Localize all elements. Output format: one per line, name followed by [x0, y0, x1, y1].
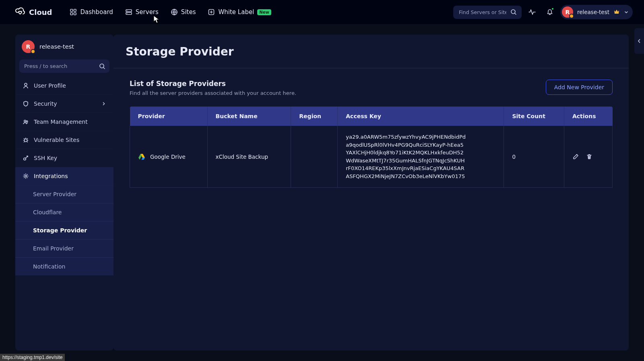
- svg-rect-2: [70, 13, 73, 15]
- header-search[interactable]: [453, 6, 522, 19]
- sidebar-search[interactable]: [19, 59, 109, 73]
- edit-button[interactable]: [572, 154, 579, 160]
- sidebar-item-label: User Profile: [34, 82, 66, 89]
- heart-cloud-icon: [14, 7, 26, 17]
- globe-icon: [171, 8, 178, 16]
- svg-rect-4: [126, 10, 132, 12]
- crown-icon: [613, 9, 620, 15]
- section-heading: List of Storage Providers: [130, 80, 538, 88]
- sub-item-server-provider[interactable]: Server Provider: [15, 185, 114, 203]
- th-actions: Actions: [564, 107, 612, 126]
- svg-point-12: [25, 83, 27, 86]
- sidebar: R release-test User Profile Security Tea…: [15, 35, 114, 351]
- bucket-name: xCloud Site Backup: [207, 126, 291, 188]
- avatar: R: [22, 40, 35, 53]
- status-bar-url: https://staging.tmp1.dev/site: [0, 354, 65, 361]
- svg-point-14: [26, 121, 28, 122]
- th-site-count: Site Count: [504, 107, 564, 126]
- server-icon: [125, 8, 132, 16]
- access-key: ya29.a0ARW5m75zfywzYhvyAC9jPHENdbidPda9q…: [346, 133, 466, 180]
- add-provider-button[interactable]: Add New Provider: [546, 80, 613, 95]
- chevron-left-icon: [637, 38, 641, 44]
- new-badge: New: [257, 9, 271, 15]
- avatar: R: [562, 6, 573, 18]
- svg-rect-0: [70, 9, 73, 12]
- th-bucket: Bucket Name: [207, 107, 291, 126]
- sidebar-search-input[interactable]: [23, 63, 96, 70]
- sidebar-item-label: Vulnerable Sites: [34, 137, 79, 143]
- sidebar-item-team-management[interactable]: Team Management: [15, 113, 114, 131]
- svg-point-17: [25, 175, 27, 177]
- sidebar-item-security[interactable]: Security: [15, 95, 114, 113]
- nav-label: Sites: [181, 8, 196, 16]
- sidebar-item-vulnerable-sites[interactable]: Vulnerable Sites: [15, 131, 114, 149]
- th-region: Region: [291, 107, 338, 126]
- sidebar-item-label: Integrations: [34, 173, 68, 179]
- shield-icon: [23, 101, 29, 107]
- key-icon: [23, 155, 29, 161]
- gear-icon: [23, 173, 29, 179]
- nav-sites[interactable]: Sites: [166, 5, 201, 19]
- site-count: 0: [504, 126, 564, 188]
- user-icon: [23, 82, 29, 89]
- google-drive-icon: [138, 154, 145, 160]
- svg-point-6: [127, 10, 128, 11]
- sidebar-item-integrations[interactable]: Integrations: [15, 167, 114, 185]
- chevron-right-icon: [101, 101, 106, 106]
- section-subtext: Find all the server providers associated…: [130, 90, 538, 96]
- dashboard-icon: [70, 8, 77, 16]
- pencil-icon: [572, 154, 579, 160]
- providers-table: Provider Bucket Name Region Access Key S…: [130, 107, 613, 188]
- nav-label: White Label: [218, 8, 254, 16]
- search-input[interactable]: [458, 9, 507, 16]
- sidebar-item-ssh-key[interactable]: SSH Key: [15, 149, 114, 167]
- nav-label: Servers: [136, 8, 159, 16]
- right-panel-toggle[interactable]: [634, 28, 644, 54]
- nav-label: Dashboard: [80, 8, 113, 16]
- nav-dashboard[interactable]: Dashboard: [65, 5, 118, 19]
- trash-icon: [586, 154, 592, 160]
- nav-servers[interactable]: Servers: [120, 5, 163, 19]
- table-row: Google Drive xCloud Site Backup ya29.a0A…: [130, 126, 613, 188]
- svg-marker-19: [141, 158, 145, 160]
- provider-name: Google Drive: [150, 154, 186, 160]
- brand-name: Cloud: [29, 8, 52, 16]
- sub-item-cloudflare[interactable]: Cloudflare: [15, 203, 114, 221]
- user-name: release-test: [577, 9, 609, 15]
- sidebar-item-label: Security: [34, 101, 57, 107]
- nav-white-label[interactable]: White Label New: [203, 5, 276, 19]
- svg-point-7: [127, 13, 128, 14]
- content-panel: Storage Provider List of Storage Provide…: [114, 35, 629, 351]
- svg-point-13: [24, 120, 26, 122]
- sub-item-storage-provider[interactable]: Storage Provider: [15, 221, 114, 239]
- search-icon: [99, 63, 105, 70]
- bug-icon: [23, 137, 29, 143]
- team-icon: [23, 119, 29, 125]
- sidebar-user-name: release-test: [39, 43, 74, 50]
- brand-logo[interactable]: Cloud: [14, 7, 52, 17]
- th-access-key: Access Key: [338, 107, 504, 126]
- user-menu[interactable]: R release-test: [560, 5, 633, 19]
- search-icon: [510, 9, 517, 15]
- svg-rect-5: [126, 12, 132, 14]
- activity-icon-button[interactable]: [525, 5, 539, 19]
- sub-item-email-provider[interactable]: Email Provider: [15, 239, 114, 257]
- svg-rect-3: [74, 13, 76, 15]
- sub-item-notification[interactable]: Notification: [15, 257, 114, 275]
- add-box-icon: [208, 8, 215, 16]
- sidebar-item-label: SSH Key: [34, 155, 57, 161]
- region: [291, 126, 338, 188]
- sidebar-item-label: Team Management: [34, 119, 88, 125]
- notification-dot: [551, 7, 554, 10]
- chevron-down-icon: [624, 10, 629, 14]
- delete-button[interactable]: [586, 154, 592, 160]
- th-provider: Provider: [130, 107, 208, 126]
- page-title: Storage Provider: [114, 35, 629, 68]
- activity-icon: [528, 8, 536, 16]
- sidebar-item-user-profile[interactable]: User Profile: [15, 77, 114, 95]
- svg-rect-1: [74, 9, 76, 12]
- notifications-button[interactable]: [543, 5, 557, 19]
